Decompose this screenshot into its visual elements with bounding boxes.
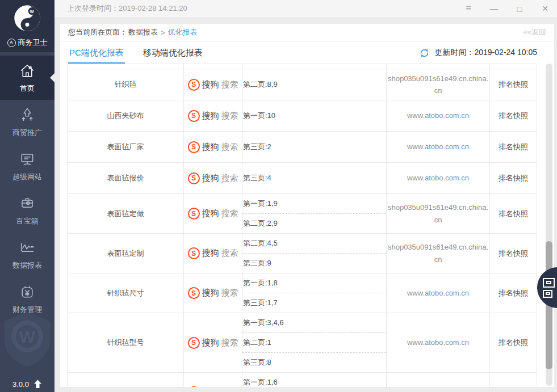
toolbox-icon <box>19 195 36 212</box>
page-rank-line: 第二页:8,9 <box>242 75 386 94</box>
rank-pages-cell: 第二页:8,9 <box>242 69 387 100</box>
last-login-text: 上次登录时间：2019-02-28 14:21:20 <box>67 3 187 14</box>
website-icon <box>19 151 36 168</box>
close-icon[interactable]: ✕ <box>541 4 549 13</box>
engine-name-bold: 搜狗 <box>202 142 219 153</box>
rank-snapshot-link[interactable]: 排名快照 <box>490 194 537 234</box>
engine-name-light: 搜索 <box>221 288 238 298</box>
table-row: 针织毡尺寸S搜狗搜索第一页:1,8第三页:1,7www.atobo.com.cn… <box>68 273 537 313</box>
sidebar-item-label: 数据报表 <box>12 260 42 271</box>
promote-icon <box>19 107 36 124</box>
sidebar-item-home[interactable]: 首页 <box>0 56 55 100</box>
breadcrumb-section: 数据报表 <box>128 27 158 37</box>
site-url-cell: shop035u091s61e49.cn.china.cn <box>387 194 490 234</box>
breadcrumb-current[interactable]: 优化报表 <box>168 27 198 37</box>
sogou-icon: S <box>188 208 200 220</box>
rank-snapshot-link[interactable]: 排名快照 <box>490 69 537 100</box>
report-table-wrap: 针织毡S搜狗搜索第二页:8,9shop035u091s61e49.cn.chin… <box>67 64 537 387</box>
engine-name-light: 搜索 <box>221 173 238 184</box>
update-arrow-icon[interactable] <box>33 380 42 389</box>
sogou-icon: S <box>188 287 200 299</box>
rank-pages-cell: 第二页:4,5第三页:9 <box>242 234 387 273</box>
sidebar-item-toolbox[interactable]: 百宝箱 <box>0 188 55 233</box>
rank-snapshot-link[interactable]: 排名快照 <box>490 132 537 163</box>
site-url-cell: www.atobo.com.cn <box>387 100 490 132</box>
sidebar-item-label: 商贸推广 <box>12 128 42 138</box>
app-window: 上次登录时间：2019-02-28 14:21:20 ≡ — □ ✕ w A 商… <box>0 0 557 392</box>
rank-pages-cell: 第一页:1,9第二页:2,9 <box>242 194 387 234</box>
report-icon <box>19 239 36 256</box>
keyword-cell: 表面毡报价 <box>68 163 184 194</box>
rank-snapshot-link[interactable]: 排名快照 <box>490 100 537 132</box>
page-rank-line: 第一页:10 <box>242 106 386 125</box>
table-row: 山西夹砂布S搜狗搜索第一页:10www.atobo.com.cn排名快照 <box>68 100 537 132</box>
page-rank-line: 第三页:2 <box>242 137 386 157</box>
rank-pages-cell: 第三页:2 <box>242 132 387 163</box>
sogou-search-logo: S搜狗搜索 <box>188 110 238 122</box>
search-engine-cell: S搜狗搜索 <box>184 234 242 273</box>
sogou-search-logo: S搜狗搜索 <box>188 141 238 153</box>
tab-pc-report[interactable]: PC端优化报表 <box>68 42 125 64</box>
engine-name-bold: 搜狗 <box>202 338 219 348</box>
sidebar-item-label: 百宝箱 <box>16 216 39 226</box>
keyword-cell: 针织毡型号 <box>68 313 184 373</box>
page-rank-line: 第三页:4 <box>242 168 386 188</box>
sogou-icon: S <box>188 386 200 387</box>
search-engine-cell: S搜狗搜索 <box>184 373 242 387</box>
back-link[interactable]: ««返回 <box>524 27 546 37</box>
menu-icon[interactable]: ≡ <box>464 3 472 14</box>
table-row: 针织毡S搜狗搜索第二页:8,9shop035u091s61e49.cn.chin… <box>68 69 537 100</box>
window-stack-icon <box>543 278 555 288</box>
engine-name-light: 搜索 <box>221 338 238 348</box>
table-row-partial <box>68 64 537 69</box>
sogou-icon: S <box>188 337 200 349</box>
sidebar-item-website[interactable]: 超级网站 <box>0 144 55 188</box>
rank-snapshot-link[interactable]: 排名快照 <box>490 273 537 313</box>
engine-name-bold: 搜狗 <box>202 208 219 219</box>
rank-snapshot-link[interactable]: 排名快照 <box>490 234 537 273</box>
sidebar-item-finance[interactable]: 财务管理 <box>0 277 55 321</box>
sidebar-item-promote[interactable]: 商贸推广 <box>0 100 55 144</box>
tab-mobile-report[interactable]: 移动端优化报表 <box>142 42 204 64</box>
brand-badge-icon: A <box>7 39 16 47</box>
version-text: 3.0.0 <box>12 380 29 389</box>
sogou-icon: S <box>188 110 200 122</box>
site-url-cell: www.atobo.com.cn <box>387 163 490 194</box>
sogou-search-logo: S搜狗搜索 <box>188 208 238 220</box>
sidebar-item-label: 首页 <box>20 83 35 94</box>
engine-name-bold: 搜狗 <box>202 248 219 259</box>
minimize-icon[interactable]: — <box>490 4 498 13</box>
content-panel: 您当前所在页面：数据报表 > 优化报表 ««返回 PC端优化报表 移动端优化报表… <box>60 24 554 387</box>
update-time-group: 更新时间：2019-02-24 10:05 <box>420 48 537 58</box>
site-url-cell: www.atobo.com.cn <box>387 273 490 313</box>
sogou-search-logo: S搜狗搜索 <box>188 337 238 349</box>
engine-name-light: 搜索 <box>221 111 238 121</box>
brand-name: 商务卫士 <box>18 37 48 48</box>
version-row: 3.0.0 <box>0 380 55 389</box>
tabs-row: PC端优化报表 移动端优化报表 更新时间：2019-02-24 10:05 <box>60 41 554 64</box>
search-engine-cell: S搜狗搜索 <box>184 313 242 373</box>
sidebar-item-label: 超级网站 <box>12 172 42 182</box>
keyword-cell: 针织毡规格 <box>68 373 184 387</box>
update-time-text: 更新时间：2019-02-24 10:05 <box>434 48 537 58</box>
sidebar-item-report[interactable]: 数据报表 <box>0 233 55 277</box>
rank-snapshot-link[interactable]: 排名快照 <box>490 313 537 373</box>
rank-snapshot-link[interactable]: 排名快照 <box>490 163 537 194</box>
engine-name-light: 搜索 <box>221 79 238 90</box>
rank-pages-cell: 第一页:10 <box>242 100 387 132</box>
sogou-search-logo: S搜狗搜索 <box>188 287 238 299</box>
logo-section: w A 商务卫士 <box>0 0 55 52</box>
sidebar-nav: 首页商贸推广超级网站百宝箱数据报表财务管理 <box>0 56 55 321</box>
page-rank-line: 第一页:1,8 <box>242 273 386 293</box>
page-rank-line: 第二页:4,5 <box>242 234 386 254</box>
engine-name-light: 搜索 <box>221 142 238 153</box>
keyword-cell: 表面毡厂家 <box>68 132 184 163</box>
page-rank-line: 第三页:8 <box>242 353 386 372</box>
site-url-cell: shop035u091s61e49.cn.china.cn <box>387 69 490 100</box>
engine-name-light: 搜索 <box>221 248 238 259</box>
refresh-icon[interactable] <box>420 48 429 58</box>
table-scrollbar-track[interactable] <box>546 64 552 386</box>
rank-snapshot-link[interactable]: 排名快照 <box>490 373 537 387</box>
maximize-icon[interactable]: □ <box>516 4 524 14</box>
rank-pages-cell: 第三页:4 <box>242 163 387 194</box>
